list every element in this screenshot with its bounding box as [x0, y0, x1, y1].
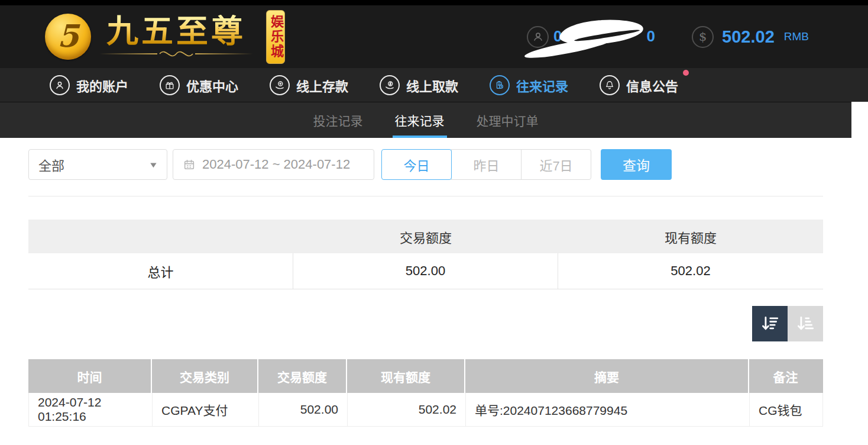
balance-amount: 502.02 [722, 27, 775, 47]
sort-asc-icon [795, 314, 815, 334]
col-type: 交易类别 [152, 359, 258, 393]
white-scribble-mask [559, 17, 644, 47]
logo-flourish-icon [99, 49, 253, 59]
records-table-header: 时间 交易类别 交易额度 现有额度 摘要 备注 [28, 359, 823, 393]
cell-trade-amount: 502.00 [259, 393, 348, 426]
brand-name: 九五至尊 [106, 15, 246, 49]
sort-desc-icon [760, 314, 780, 334]
quick-range-group: 今日 昨日 近7日 [381, 149, 591, 180]
balance-display[interactable]: $ 502.02 RMB [692, 26, 809, 48]
type-select-value: 全部 [38, 155, 64, 174]
section-divider [28, 196, 823, 196]
tab-pending-orders[interactable]: 处理中订单 [474, 102, 541, 138]
table-row: 2024-07-12 01:25:16 CGPAY支付 502.00 502.0… [28, 393, 823, 427]
sort-ascending-button[interactable] [788, 306, 823, 341]
nav-label: 往来记录 [516, 76, 568, 95]
nav-item-my-account[interactable]: 我的账户 [50, 75, 128, 95]
col-current-amount: 现有额度 [347, 359, 465, 393]
withdraw-icon [380, 75, 400, 95]
range-yesterday-button[interactable]: 昨日 [451, 149, 522, 180]
main-navbar: 我的账户 优惠中心 线上存款 线上取款 [0, 68, 868, 102]
cell-remark: CG钱包 [750, 393, 822, 426]
summary-total-label: 总计 [28, 253, 293, 289]
bell-icon [600, 75, 620, 95]
sort-controls [28, 306, 823, 341]
brand-wrap: 九五至尊 [99, 15, 253, 59]
nav-label: 优惠中心 [186, 76, 238, 95]
brand-badge: 娱乐城 [266, 10, 285, 64]
range-today-button[interactable]: 今日 [381, 149, 452, 180]
summary-total-row: 总计 502.00 502.02 [28, 253, 823, 289]
tab-transaction-records[interactable]: 往来记录 [393, 102, 447, 138]
nav-label: 线上存款 [296, 76, 348, 95]
record-tabs-bar: 投注记录 往来记录 处理中订单 [0, 102, 851, 138]
summary-table: 交易额度 现有额度 总计 502.00 502.02 [28, 220, 823, 289]
cell-time: 2024-07-12 01:25:16 [29, 393, 153, 426]
user-account-summary[interactable]: 0c 0 [527, 22, 655, 51]
col-trade-amount: 交易额度 [258, 359, 347, 393]
nav-item-transactions[interactable]: 往来记录 [490, 75, 568, 95]
nav-label: 我的账户 [76, 76, 128, 95]
summary-col-trade-amount: 交易额度 [293, 227, 558, 246]
nav-item-withdraw[interactable]: 线上取款 [380, 75, 458, 95]
nav-item-promotions[interactable]: 优惠中心 [160, 75, 238, 95]
query-button[interactable]: 查询 [601, 149, 672, 180]
chevron-down-icon: ▼ [148, 160, 158, 169]
tab-bet-records[interactable]: 投注记录 [311, 102, 365, 138]
records-icon [490, 75, 510, 95]
nav-item-announcements[interactable]: 信息公告 [600, 75, 678, 95]
cell-type: CGPAY支付 [153, 393, 259, 426]
filter-row: 全部 ▼ 2024-07-12 ~ 2024-07-12 今日 昨日 近7日 [28, 149, 823, 180]
nav-label: 信息公告 [626, 76, 678, 95]
cell-current-amount: 502.02 [348, 393, 466, 426]
logo-monogram-icon: 5 [45, 14, 91, 60]
summary-table-header: 交易额度 现有额度 [28, 220, 823, 253]
masthead: 5 九五至尊 娱乐城 0c 0 $ [0, 5, 868, 68]
type-select[interactable]: 全部 ▼ [28, 149, 167, 180]
summary-total-current-amount: 502.02 [558, 253, 823, 289]
username-fragment-right: 0 [647, 27, 655, 46]
balance-currency: RMB [784, 30, 809, 43]
sort-descending-button[interactable] [752, 306, 788, 341]
nav-item-deposit[interactable]: 线上存款 [270, 75, 348, 95]
header-right: 0c 0 $ 502.02 RMB [527, 22, 868, 51]
main-content: 全部 ▼ 2024-07-12 ~ 2024-07-12 今日 昨日 近7日 [0, 138, 868, 427]
nav-label: 线上取款 [406, 76, 458, 95]
date-range-value: 2024-07-12 ~ 2024-07-12 [202, 157, 350, 172]
date-range-input[interactable]: 2024-07-12 ~ 2024-07-12 [173, 149, 374, 180]
user-icon [50, 75, 70, 95]
gift-icon [160, 75, 180, 95]
col-remark: 备注 [749, 359, 822, 393]
col-time: 时间 [28, 359, 152, 393]
col-summary: 摘要 [465, 359, 749, 393]
range-last7days-button[interactable]: 近7日 [521, 149, 591, 180]
deposit-icon [270, 75, 290, 95]
dollar-coin-icon: $ [692, 26, 714, 48]
summary-total-trade-amount: 502.00 [293, 253, 558, 289]
cell-summary: 单号:202407123668779945 [466, 393, 750, 426]
site-logo[interactable]: 5 九五至尊 娱乐城 [45, 10, 285, 64]
masked-username: 0c 0 [553, 22, 655, 51]
summary-col-current-amount: 现有额度 [558, 227, 823, 246]
logo-monogram: 5 [57, 18, 79, 54]
records-table: 时间 交易类别 交易额度 现有额度 摘要 备注 2024-07-12 01:25… [28, 359, 823, 427]
user-icon [527, 26, 549, 48]
calendar-icon [183, 158, 196, 171]
top-black-strip [0, 0, 868, 5]
notification-dot [683, 70, 689, 76]
